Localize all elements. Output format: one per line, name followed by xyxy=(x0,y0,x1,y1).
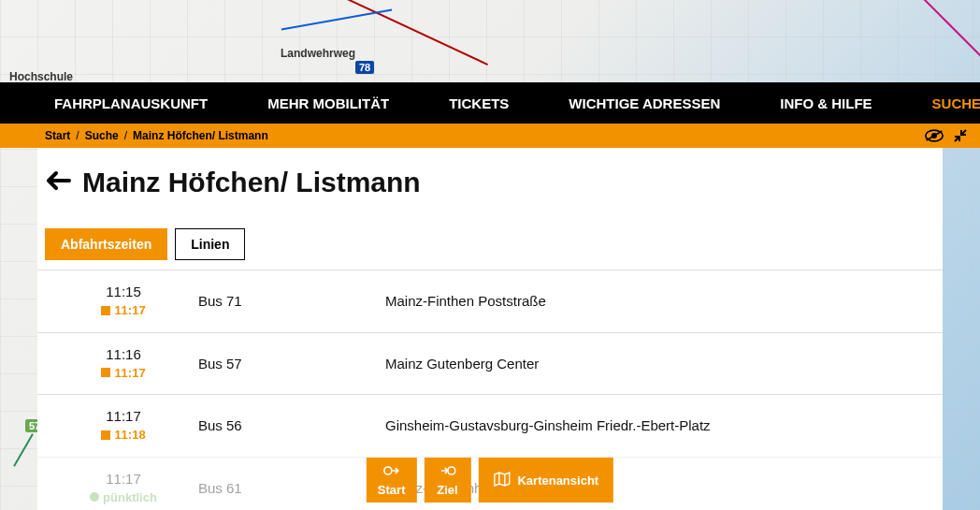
line-label: Bus 61 xyxy=(198,480,385,496)
scheduled-time: 11:15 xyxy=(49,284,198,299)
scheduled-time: 11:17 xyxy=(49,408,198,424)
destination-label: Mainz-Finthen Poststraße xyxy=(385,293,931,309)
tab-abfahrtszeiten[interactable]: Abfahrtszeiten xyxy=(45,228,167,260)
realtime-time: pünktlich xyxy=(103,490,157,504)
map-icon xyxy=(493,472,510,489)
button-label: Start xyxy=(378,483,406,497)
realtime-time: 11:17 xyxy=(114,366,145,380)
realtime-badge: 11:17 xyxy=(101,366,145,380)
svg-point-4 xyxy=(447,467,454,474)
departure-time-cell: 11:16 11:17 xyxy=(49,346,198,382)
nav-wichtige-adressen[interactable]: WICHTIGE ADRESSEN xyxy=(539,95,750,111)
page-title: Mainz Höfchen/ Listmann xyxy=(82,167,421,198)
nav-info-hilfe[interactable]: INFO & HILFE xyxy=(750,95,901,111)
line-label: Bus 71 xyxy=(198,293,385,309)
set-as-destination-button[interactable]: Ziel xyxy=(424,458,470,503)
delay-indicator-icon xyxy=(101,368,110,377)
destination-arrow-icon xyxy=(439,463,455,481)
nav-fahrplanauskunft[interactable]: FAHRPLANAUSKUNFT xyxy=(9,95,238,111)
breadcrumb-suche[interactable]: Suche xyxy=(85,129,119,142)
svg-point-3 xyxy=(384,467,392,474)
departure-time-cell: 11:17 11:18 xyxy=(49,408,198,444)
button-label: Kartenansicht xyxy=(517,474,598,488)
breadcrumb-separator: / xyxy=(70,129,84,142)
realtime-time: 11:17 xyxy=(114,303,145,317)
main-nav: FAHRPLANAUSKUNFT MEHR MOBILITÄT TICKETS … xyxy=(0,82,980,124)
back-arrow-icon[interactable] xyxy=(45,169,71,197)
departure-time-cell: 11:15 11:17 xyxy=(49,284,198,319)
table-row[interactable]: 11:17 11:18 Bus 56 Ginsheim-Gustavsburg-… xyxy=(37,394,943,457)
set-as-start-button[interactable]: Start xyxy=(367,458,417,503)
contrast-toggle-icon[interactable] xyxy=(924,125,944,146)
route-number-badge: 78 xyxy=(355,61,374,74)
realtime-time: 11:18 xyxy=(114,428,145,442)
results-panel[interactable]: Mainz Höfchen/ Listmann Abfahrtszeiten L… xyxy=(37,148,943,510)
realtime-badge: 11:18 xyxy=(101,428,145,442)
start-arrow-icon xyxy=(383,463,400,481)
map-street-label: Landwehrweg xyxy=(281,47,355,60)
nav-mehr-mobilitaet[interactable]: MEHR MOBILITÄT xyxy=(238,95,419,111)
departure-time-cell: 11:17 pünktlich xyxy=(49,471,198,506)
map-view-button[interactable]: Kartenansicht xyxy=(478,458,613,503)
floating-action-bar: Start Ziel Kartenansicht xyxy=(367,458,613,503)
line-label: Bus 57 xyxy=(198,356,385,372)
tab-linien[interactable]: Linien xyxy=(175,228,245,260)
realtime-badge: pünktlich xyxy=(90,490,157,504)
minimize-icon[interactable] xyxy=(950,125,971,146)
nav-tickets[interactable]: TICKETS xyxy=(419,95,539,111)
table-row[interactable]: 11:15 11:17 Bus 71 Mainz-Finthen Poststr… xyxy=(37,270,943,332)
realtime-badge: 11:17 xyxy=(101,303,145,317)
scheduled-time: 11:16 xyxy=(49,346,198,362)
destination-label: Ginsheim-Gustavsburg-Ginsheim Friedr.-Eb… xyxy=(385,417,931,433)
breadcrumb: Start / Suche / Mainz Höfchen/ Listmann xyxy=(0,124,980,148)
destination-label: Mainz Gutenberg Center xyxy=(385,356,931,372)
breadcrumb-current: Mainz Höfchen/ Listmann xyxy=(133,129,268,142)
nav-suche[interactable]: SUCHE xyxy=(902,95,980,111)
breadcrumb-start[interactable]: Start xyxy=(45,129,70,142)
delay-indicator-icon xyxy=(101,430,110,440)
delay-indicator-icon xyxy=(101,306,110,315)
scheduled-time: 11:17 xyxy=(49,471,198,487)
button-label: Ziel xyxy=(437,483,457,497)
line-label: Bus 56 xyxy=(198,417,385,433)
tab-bar: Abfahrtszeiten Linien xyxy=(37,228,943,260)
table-row[interactable]: 11:16 11:17 Bus 57 Mainz Gutenberg Cente… xyxy=(37,332,943,395)
ontime-indicator-icon xyxy=(90,492,99,502)
svg-line-2 xyxy=(927,131,943,140)
breadcrumb-separator: / xyxy=(119,129,133,142)
